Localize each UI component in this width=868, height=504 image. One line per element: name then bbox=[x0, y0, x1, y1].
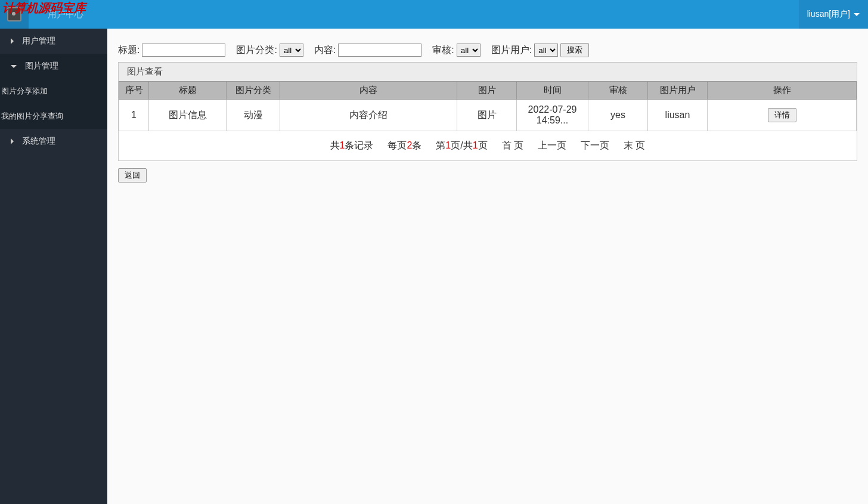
logo-area: 用户中心 bbox=[0, 0, 29, 29]
th-category: 图片分类 bbox=[227, 82, 280, 100]
filter-audit-select[interactable]: all bbox=[457, 44, 480, 57]
cell-action: 详情 bbox=[708, 100, 857, 131]
filter-content-input[interactable] bbox=[338, 44, 421, 57]
chevron-down-icon bbox=[854, 13, 860, 16]
filter-title-input[interactable] bbox=[142, 44, 225, 57]
filter-title-label: 标题: bbox=[118, 44, 140, 57]
filter-user-select[interactable]: all bbox=[534, 44, 558, 57]
sidebar-sub-label: 图片分享添加 bbox=[1, 86, 48, 95]
th-time: 时间 bbox=[517, 82, 588, 100]
th-action: 操作 bbox=[708, 82, 857, 100]
pager-last[interactable]: 末 页 bbox=[624, 140, 645, 152]
cell-category: 动漫 bbox=[227, 100, 280, 131]
cell-user: liusan bbox=[648, 100, 708, 131]
back-button[interactable]: 返回 bbox=[118, 168, 147, 183]
cell-time: 2022-07-29 14:59... bbox=[517, 100, 588, 131]
th-image: 图片 bbox=[457, 82, 517, 100]
filter-bar: 标题: 图片分类: all 内容: 审核: all 图片用户: all 搜索 bbox=[118, 43, 857, 57]
sidebar: 用户管理 图片管理 图片分享添加 我的图片分享查询 系统管理 bbox=[0, 29, 107, 504]
pager-per: 每页2条 bbox=[388, 140, 421, 152]
th-user: 图片用户 bbox=[648, 82, 708, 100]
sidebar-item-user-mgmt[interactable]: 用户管理 bbox=[0, 29, 107, 54]
filter-audit-label: 审核: bbox=[432, 44, 454, 57]
topbar: 用户中心 liusan[用户] bbox=[0, 0, 868, 29]
logo-icon bbox=[7, 7, 21, 21]
cell-image: 图片 bbox=[457, 100, 517, 131]
filter-user-label: 图片用户: bbox=[491, 44, 532, 57]
cell-seq: 1 bbox=[119, 100, 149, 131]
user-label: liusan[用户] bbox=[807, 9, 850, 20]
table-row: 1 图片信息 动漫 内容介绍 图片 2022-07-29 14:59... ye… bbox=[119, 100, 857, 131]
pager: 共1条记录 每页2条 第1页/共1页 首 页 上一页 下一页 末 页 bbox=[119, 131, 857, 160]
user-menu[interactable]: liusan[用户] bbox=[799, 0, 868, 29]
sidebar-item-label: 图片管理 bbox=[25, 61, 58, 72]
th-seq: 序号 bbox=[119, 82, 149, 100]
search-button[interactable]: 搜索 bbox=[560, 43, 589, 57]
sidebar-item-system-mgmt[interactable]: 系统管理 bbox=[0, 129, 107, 154]
sidebar-sub-image-query[interactable]: 我的图片分享查询 bbox=[0, 104, 107, 129]
logo-button[interactable] bbox=[0, 0, 29, 29]
cell-title: 图片信息 bbox=[149, 100, 227, 131]
pager-page: 第1页/共1页 bbox=[436, 140, 487, 152]
chevron-down-icon bbox=[11, 65, 17, 68]
detail-button[interactable]: 详情 bbox=[768, 108, 796, 122]
th-title: 标题 bbox=[149, 82, 227, 100]
chevron-right-icon bbox=[11, 38, 14, 44]
sidebar-item-label: 用户管理 bbox=[22, 36, 55, 47]
results-table: 序号 标题 图片分类 内容 图片 时间 审核 图片用户 操作 1 图片信息 bbox=[119, 81, 857, 131]
chevron-right-icon bbox=[11, 138, 14, 144]
panel-title: 图片查看 bbox=[119, 63, 857, 81]
filter-category-label: 图片分类: bbox=[236, 44, 277, 57]
pager-total: 共1条记录 bbox=[330, 140, 374, 152]
filter-content-label: 内容: bbox=[314, 44, 336, 57]
filter-category-select[interactable]: all bbox=[280, 44, 303, 57]
cell-content: 内容介绍 bbox=[280, 100, 457, 131]
pager-next[interactable]: 下一页 bbox=[581, 140, 609, 152]
topbar-title: 用户中心 bbox=[48, 9, 83, 20]
sidebar-sub-label: 我的图片分享查询 bbox=[1, 112, 63, 120]
sidebar-sub-image-add[interactable]: 图片分享添加 bbox=[0, 79, 107, 104]
th-content: 内容 bbox=[280, 82, 457, 100]
cell-audit: yes bbox=[588, 100, 648, 131]
th-audit: 审核 bbox=[588, 82, 648, 100]
sidebar-item-label: 系统管理 bbox=[22, 136, 55, 147]
sidebar-item-image-mgmt[interactable]: 图片管理 bbox=[0, 54, 107, 79]
main-content: 标题: 图片分类: all 内容: 审核: all 图片用户: all 搜索 图… bbox=[107, 29, 868, 504]
results-panel: 图片查看 序号 标题 图片分类 内容 图片 时间 审核 图片用户 操作 bbox=[118, 62, 857, 161]
pager-first[interactable]: 首 页 bbox=[502, 140, 523, 152]
pager-prev[interactable]: 上一页 bbox=[538, 140, 566, 152]
